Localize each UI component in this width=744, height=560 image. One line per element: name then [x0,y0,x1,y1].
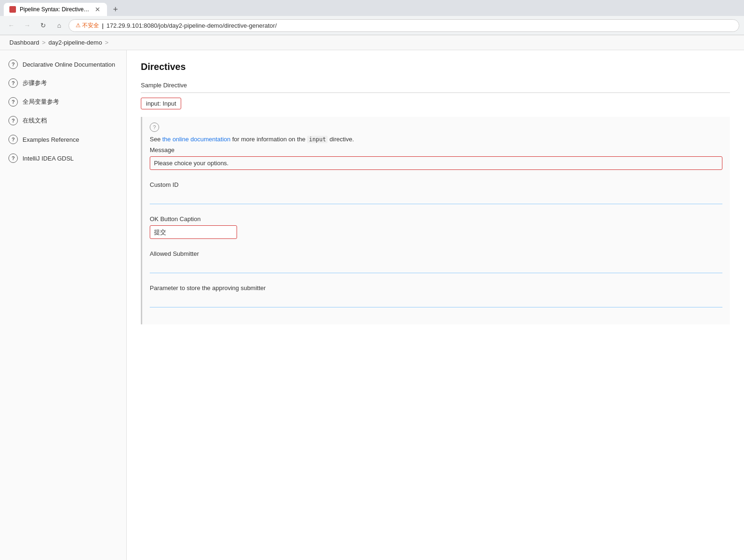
form-label-custom-id: Custom ID [150,181,722,188]
online-documentation-link[interactable]: the online documentation [162,136,230,143]
sidebar-item-label-intellij: IntelliJ IDEA GDSL [23,155,74,162]
sidebar-item-global-vars[interactable]: ? 全局变量参考 [0,92,126,111]
sidebar-item-examples-ref[interactable]: ? Examples Reference [0,130,126,149]
form-section-custom-id: Custom ID [150,181,722,204]
sidebar-item-label-declarative: Declarative Online Documentation [23,61,115,68]
info-text-before-link: See [150,136,162,143]
form-section-ok-caption: OK Button Caption [150,215,722,239]
main-content: Directives Sample Directive input: Input… [127,50,744,560]
help-icon-examples: ? [8,135,18,144]
tab-bar: Pipeline Syntax: Directive Gene... ✕ + [0,0,744,16]
form-section-parameter-store: Parameter to store the approving submitt… [150,284,722,307]
breadcrumb-separator-1: > [42,39,46,46]
form-section-message: Message [150,146,722,170]
form-label-ok-caption: OK Button Caption [150,215,722,222]
tab-label: Pipeline Syntax: Directive Gene... [20,6,90,13]
address-text: 172.29.9.101:8080/job/day2-pipeline-demo… [107,22,277,29]
ok-button-caption-input[interactable] [150,225,237,239]
nav-bar: ← → ↻ ⌂ ⚠ 不安全 | 172.29.9.101:8080/job/da… [0,16,744,35]
info-code-directive: input [307,136,328,143]
form-label-message: Message [150,146,722,153]
new-tab-button[interactable]: + [109,3,122,16]
sidebar-item-intellij-gdsl[interactable]: ? IntelliJ IDEA GDSL [0,149,126,168]
sidebar: ? Declarative Online Documentation ? 步骤参… [0,50,127,560]
address-bar[interactable]: ⚠ 不安全 | 172.29.9.101:8080/job/day2-pipel… [69,19,739,32]
directive-chip[interactable]: input: Input [141,98,181,109]
sidebar-item-online-docs[interactable]: ? 在线文档 [0,111,126,130]
security-warning: ⚠ 不安全 [76,22,99,30]
sidebar-item-label-steps: 步骤参考 [23,79,47,87]
message-input[interactable] [154,160,718,167]
forward-button[interactable]: → [21,19,34,32]
tab-favicon [9,6,16,13]
parameter-store-input[interactable] [150,294,722,307]
sidebar-item-label-online: 在线文档 [23,116,47,125]
sidebar-item-steps-reference[interactable]: ? 步骤参考 [0,74,126,92]
breadcrumb-item-pipeline-demo[interactable]: day2-pipeline-demo [48,39,102,46]
custom-id-input[interactable] [150,191,722,204]
active-tab[interactable]: Pipeline Syntax: Directive Gene... ✕ [4,3,107,16]
help-icon-declarative: ? [8,60,18,69]
home-button[interactable]: ⌂ [53,19,66,32]
form-section-allowed-submitter: Allowed Submitter [150,250,722,273]
info-block: ? See the online documentation for more … [141,117,730,324]
section-divider-top [141,92,730,93]
breadcrumb-separator-2: > [105,39,108,46]
form-label-allowed-submitter: Allowed Submitter [150,250,722,257]
form-label-parameter-store: Parameter to store the approving submitt… [150,284,722,292]
page-title: Directives [141,61,730,72]
help-icon-global: ? [8,97,18,107]
address-separator: | [102,22,103,29]
message-input-wrapper [150,156,722,170]
info-text-after-link: for more information on the [230,136,307,143]
tab-close-button[interactable]: ✕ [94,6,101,13]
back-button[interactable]: ← [5,19,18,32]
info-text-end: directive. [328,136,354,143]
allowed-submitter-input[interactable] [150,260,722,273]
help-icon-online: ? [8,116,18,125]
app-layout: ? Declarative Online Documentation ? 步骤参… [0,50,744,560]
breadcrumb-item-dashboard[interactable]: Dashboard [9,39,39,46]
breadcrumb: Dashboard > day2-pipeline-demo > [0,35,744,50]
sidebar-item-label-global: 全局变量参考 [23,98,59,106]
browser-chrome: Pipeline Syntax: Directive Gene... ✕ + ←… [0,0,744,35]
refresh-button[interactable]: ↻ [37,19,50,32]
info-question-icon: ? [150,123,159,132]
sample-directive-label: Sample Directive [141,82,730,89]
sidebar-item-declarative-docs[interactable]: ? Declarative Online Documentation [0,55,126,74]
help-icon-steps: ? [8,78,18,88]
info-text: See the online documentation for more in… [150,136,722,143]
help-icon-intellij: ? [8,153,18,163]
sidebar-item-label-examples: Examples Reference [23,136,79,143]
